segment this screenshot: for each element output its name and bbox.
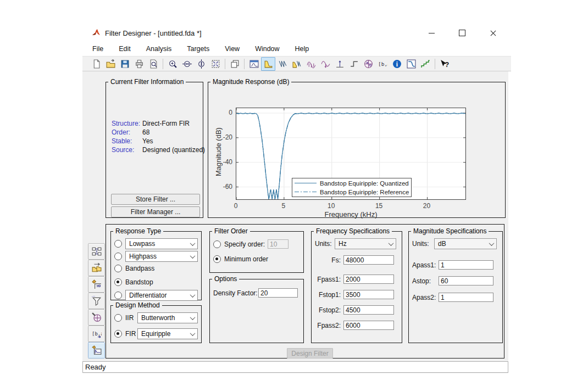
close-button[interactable]	[485, 27, 501, 39]
differentiator-dropdown[interactable]: Differentiator	[125, 290, 198, 301]
window-title: Filter Designer - [untitled.fda *]	[105, 29, 202, 37]
filter-visualizer-icon[interactable]	[247, 57, 261, 71]
response-bandstop-row: Bandstop	[114, 277, 198, 287]
set-quantization-parameters-icon[interactable]	[88, 309, 105, 326]
fpass1-row: Fpass1:	[312, 265, 402, 284]
menu-file[interactable]: File	[92, 45, 103, 53]
mag-units-dropdown[interactable]: dB	[434, 238, 497, 249]
save-icon[interactable]	[118, 57, 132, 71]
apass2-input[interactable]	[439, 293, 493, 302]
step-response-icon[interactable]	[347, 57, 361, 71]
menu-analysis[interactable]: Analysis	[146, 45, 172, 53]
filter-order-panel: Filter Order Specify order: Minimum orde…	[209, 227, 304, 273]
design-filter-panel-icon[interactable]	[88, 342, 105, 359]
astop-row: Astop:	[409, 270, 502, 285]
menu-edit[interactable]: Edit	[119, 45, 131, 53]
pole-zero-editor-icon[interactable]	[88, 276, 105, 293]
fpass1-input[interactable]	[343, 275, 394, 284]
iir-radio[interactable]	[114, 314, 122, 322]
fir-method-dropdown[interactable]: Equiripple	[137, 328, 198, 339]
pole-zero-plot-icon[interactable]	[361, 57, 375, 71]
chevron-down-icon	[190, 253, 196, 259]
stable-row: Stable:Yes	[112, 137, 153, 145]
menu-bar: File Edit Analysis Targets View Window H…	[82, 41, 511, 56]
context-help-icon[interactable]: ?	[437, 57, 452, 71]
chevron-down-icon	[190, 315, 196, 320]
filter-coefficients-icon[interactable]: [b,a]	[375, 57, 390, 71]
highpass-radio[interactable]	[114, 253, 122, 260]
realize-model-icon[interactable]	[88, 243, 105, 260]
y-axis-label: Magnitude (dB)	[214, 114, 223, 191]
zoom-x-icon[interactable]	[180, 57, 194, 71]
legend-entry-reference: Bandstop Equiripple: Reference	[295, 188, 409, 196]
store-filter-button[interactable]: Store Filter ...	[111, 194, 200, 205]
magnitude-phase-response-icon[interactable]	[290, 57, 304, 71]
x-tick-label: 0	[234, 202, 238, 210]
status-text: Ready	[85, 363, 106, 371]
phase-response-icon[interactable]	[275, 57, 290, 71]
specify-order-row: Specify order:	[213, 239, 300, 249]
full-view-icon[interactable]	[208, 57, 223, 71]
zoom-y-icon[interactable]	[194, 57, 208, 71]
magnitude-response-icon[interactable]	[261, 57, 275, 71]
x-tick-label: 20	[423, 202, 430, 210]
maximize-button[interactable]	[454, 27, 470, 39]
density-factor-input[interactable]	[258, 288, 298, 298]
astop-input[interactable]	[439, 276, 493, 285]
open-file-icon[interactable]	[103, 57, 118, 71]
iir-method-dropdown[interactable]: Butterworth	[137, 312, 198, 323]
apass1-row: Apass1:	[409, 249, 502, 270]
highpass-dropdown[interactable]: Highpass	[125, 251, 198, 262]
lowpass-radio[interactable]	[114, 240, 122, 248]
fpass2-input[interactable]	[343, 321, 394, 330]
menu-help[interactable]: Help	[295, 45, 309, 53]
magnitude-response-estimate-icon[interactable]	[404, 57, 418, 71]
create-multirate-filter-icon[interactable]	[88, 293, 105, 309]
menu-view[interactable]: View	[225, 45, 240, 53]
apass1-input[interactable]	[439, 260, 493, 270]
group-delay-icon[interactable]	[304, 57, 318, 71]
svg-text:?: ?	[445, 60, 449, 68]
menu-window[interactable]: Window	[255, 45, 279, 53]
y-tick-label: -40	[216, 158, 232, 166]
impulse-response-icon[interactable]	[332, 57, 347, 71]
plot-legend[interactable]: Bandstop Equiripple: Quantized Bandstop …	[292, 178, 412, 197]
phase-delay-icon[interactable]	[318, 57, 332, 71]
filter-information-icon[interactable]: i	[390, 57, 404, 71]
print-icon[interactable]	[132, 57, 146, 71]
specify-order-input[interactable]	[268, 239, 289, 249]
lowpass-dropdown[interactable]: Lowpass	[125, 238, 198, 249]
specify-order-radio[interactable]	[213, 240, 221, 248]
filter-order-title: Filter Order	[212, 227, 250, 235]
frequency-specs-panel: Frequency Specifications Units: Hz Fs: F…	[311, 227, 402, 343]
transform-filter-icon[interactable]	[88, 260, 105, 276]
response-highpass-row: Highpass	[114, 251, 198, 262]
print-preview-icon[interactable]	[146, 57, 160, 71]
new-file-icon[interactable]	[89, 57, 103, 71]
bandpass-radio[interactable]	[114, 265, 122, 272]
magnitude-response-panel: Magnitude Response (dB) Magnitude (dB) F…	[208, 78, 506, 218]
minimum-order-radio[interactable]	[213, 255, 221, 263]
filter-manager-button[interactable]: Filter Manager ...	[111, 206, 200, 217]
fstop1-input[interactable]	[343, 290, 394, 299]
freq-units-dropdown[interactable]: Hz	[335, 238, 396, 249]
minimize-button[interactable]	[423, 27, 440, 39]
round-off-noise-power-icon[interactable]	[418, 57, 432, 71]
fstop2-row: Fstop2:	[312, 299, 402, 315]
chevron-down-icon	[190, 331, 196, 336]
cascade-windows-icon[interactable]	[228, 57, 242, 71]
zoom-in-icon[interactable]	[165, 57, 180, 71]
fs-input[interactable]	[343, 255, 394, 265]
filter-designer-window: Filter Designer - [untitled.fda *] File …	[82, 25, 511, 373]
menu-targets[interactable]: Targets	[187, 45, 209, 53]
design-filter-button[interactable]: Design Filter	[287, 348, 333, 359]
import-filter-icon[interactable]: [b,a]	[88, 326, 105, 342]
fir-radio[interactable]	[114, 330, 122, 338]
fstop2-input[interactable]	[343, 305, 394, 315]
bandstop-radio[interactable]	[114, 278, 122, 286]
fpass2-row: Fpass2:	[312, 315, 402, 330]
status-bar: Ready	[82, 361, 508, 373]
magnitude-specs-title: Magnitude Specifications	[411, 227, 489, 235]
differentiator-radio[interactable]	[114, 292, 122, 299]
svg-text:[b,a]: [b,a]	[378, 61, 388, 67]
